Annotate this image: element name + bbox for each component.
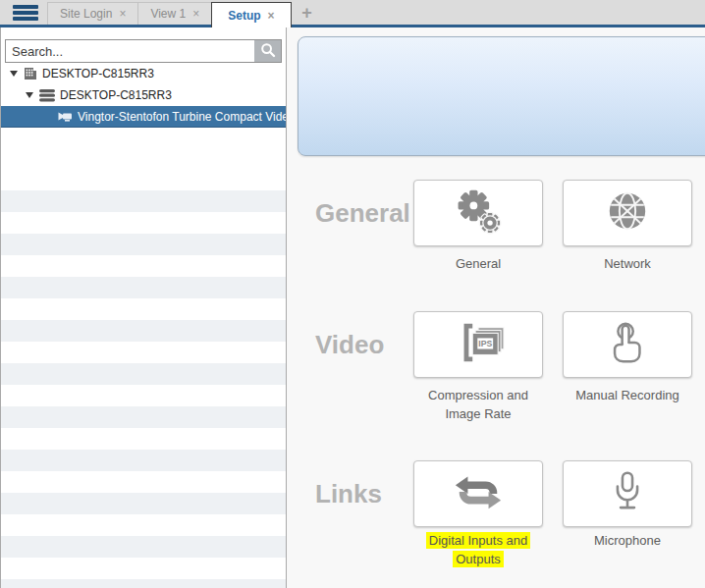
close-icon[interactable]: × <box>119 8 126 20</box>
tab-label: Site Login <box>60 7 112 21</box>
device-tree: DESKTOP-C815RR3 DESKTOP-C815RR3 <box>1 63 286 588</box>
section-label-video: Video <box>315 327 384 362</box>
tree-node-label: Vingtor-Stentofon Turbine Compact Video(… <box>78 110 286 124</box>
building-icon <box>24 67 37 80</box>
general-settings-button[interactable] <box>413 180 543 246</box>
gears-icon <box>453 187 504 240</box>
search-button[interactable] <box>254 40 281 62</box>
manual-recording-caption: Manual Recording <box>559 386 696 404</box>
manual-recording-button[interactable] <box>563 311 692 378</box>
tab-view-1[interactable]: View 1 × <box>137 2 212 25</box>
compression-image-rate-button[interactable]: IPS <box>413 311 543 378</box>
device-tree-panel: DESKTOP-C815RR3 DESKTOP-C815RR3 <box>0 27 287 588</box>
tree-node-label: DESKTOP-C815RR3 <box>42 67 154 80</box>
search-icon <box>260 42 276 61</box>
globe-icon <box>605 188 650 238</box>
network-button-caption: Network <box>559 254 696 273</box>
camera-icon <box>58 111 73 123</box>
digital-io-button[interactable] <box>413 460 543 527</box>
tab-strip: Site Login × View 1 × Setup × + <box>47 0 324 27</box>
tab-site-login[interactable]: Site Login × <box>47 2 138 25</box>
tree-empty-rows <box>1 190 286 588</box>
tree-node-camera-selected[interactable]: Vingtor-Stentofon Turbine Compact Video(… <box>1 106 286 128</box>
device-info-banner <box>298 36 705 156</box>
microphone-icon <box>606 469 649 518</box>
caret-down-icon[interactable] <box>26 92 33 98</box>
press-hand-icon <box>605 319 650 370</box>
close-icon[interactable]: × <box>192 8 199 20</box>
caret-down-icon[interactable] <box>10 71 18 77</box>
hamburger-menu-icon[interactable] <box>13 5 38 21</box>
tab-setup[interactable]: Setup × <box>211 2 291 27</box>
general-button-caption: General <box>409 254 547 273</box>
svg-text:IPS: IPS <box>478 339 492 348</box>
microphone-button[interactable] <box>563 460 692 527</box>
tree-node-label: DESKTOP-C815RR3 <box>60 88 172 102</box>
tab-label: View 1 <box>150 7 186 21</box>
digital-io-caption: Digital Inputs and Outputs <box>409 531 547 568</box>
search-input[interactable] <box>6 40 254 62</box>
tree-node-server[interactable]: DESKTOP-C815RR3 <box>1 84 286 106</box>
new-tab-button[interactable]: + <box>291 2 324 25</box>
image-rate-icon: IPS <box>452 317 505 372</box>
compression-image-rate-caption: Compression and Image Rate <box>409 386 547 423</box>
tab-label: Setup <box>228 9 260 23</box>
server-icon <box>39 89 55 102</box>
network-settings-button[interactable] <box>563 180 692 246</box>
microphone-caption: Microphone <box>559 531 696 550</box>
swap-arrows-icon <box>452 466 505 521</box>
setup-panel: General <box>287 27 705 588</box>
section-label-links: Links <box>315 476 382 511</box>
tab-bar: Site Login × View 1 × Setup × + <box>0 0 705 27</box>
tree-node-site[interactable]: DESKTOP-C815RR3 <box>1 63 286 84</box>
search-box <box>5 39 282 63</box>
close-icon[interactable]: × <box>268 10 275 22</box>
section-label-general: General <box>315 195 410 231</box>
